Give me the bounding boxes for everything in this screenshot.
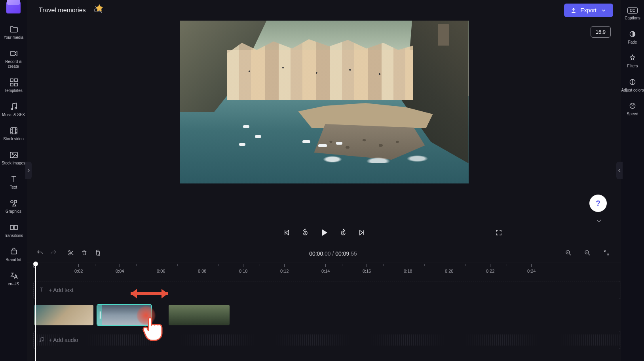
undo-button[interactable] bbox=[33, 247, 47, 260]
svg-rect-13 bbox=[14, 225, 17, 229]
sidebar-item-record-create[interactable]: Record & create bbox=[1, 45, 26, 74]
export-button[interactable]: Export bbox=[564, 4, 613, 17]
sidebar-item-templates[interactable]: Templates bbox=[1, 74, 26, 98]
rs-item-filters[interactable]: Filters bbox=[627, 49, 638, 73]
transitions-icon bbox=[9, 223, 18, 231]
sidebar-item-label: Record & create bbox=[1, 59, 26, 69]
cloud-sync-off-icon[interactable] bbox=[94, 5, 103, 16]
video-clip-3[interactable] bbox=[168, 304, 230, 326]
svg-rect-3 bbox=[10, 83, 13, 86]
ruler-tick: 0:12 bbox=[280, 262, 289, 275]
skip-start-button[interactable] bbox=[283, 229, 291, 238]
rs-item-captions[interactable]: CC Captions bbox=[625, 2, 640, 25]
zoom-fit-button[interactable] bbox=[600, 247, 613, 260]
brandkit-icon bbox=[9, 247, 18, 256]
video-preview[interactable] bbox=[180, 21, 469, 183]
header: Travel memories Export bbox=[27, 0, 621, 21]
sidebar-item-label: Stock images bbox=[2, 161, 25, 166]
app-logo[interactable] bbox=[6, 2, 21, 13]
templates-icon bbox=[9, 78, 18, 86]
preview-area: 16:9 ? bbox=[27, 21, 621, 223]
duplicate-button[interactable] bbox=[91, 247, 104, 260]
forward-button[interactable]: 5 bbox=[339, 229, 347, 238]
sidebar-item-graphics[interactable]: Graphics bbox=[1, 195, 26, 219]
svg-point-22 bbox=[42, 340, 44, 341]
rs-item-adjust-colors[interactable]: Adjust colors bbox=[621, 73, 644, 97]
sidebar-item-label: Brand kit bbox=[6, 258, 21, 262]
project-title[interactable]: Travel memories bbox=[39, 7, 86, 14]
filters-icon bbox=[629, 54, 636, 62]
rs-item-label: Captions bbox=[625, 16, 640, 21]
sidebar-item-label: Templates bbox=[4, 88, 23, 93]
svg-point-21 bbox=[40, 340, 41, 342]
rs-item-fade[interactable]: Fade bbox=[628, 25, 637, 50]
sidebar-item-transitions[interactable]: Transitions bbox=[1, 219, 26, 243]
svg-point-15 bbox=[68, 250, 70, 252]
svg-rect-8 bbox=[10, 152, 17, 158]
ruler-tick: 0:18 bbox=[404, 262, 412, 275]
sidebar-item-your-media[interactable]: Your media bbox=[1, 21, 26, 45]
zoom-in-button[interactable] bbox=[562, 247, 575, 260]
svg-rect-14 bbox=[11, 250, 17, 254]
sidebar-item-stock-images[interactable]: Stock images bbox=[1, 146, 26, 170]
sidebar-item-music[interactable]: Music & SFX bbox=[1, 98, 26, 122]
aspect-ratio-button[interactable]: 16:9 bbox=[591, 26, 611, 38]
sidebar-item-language[interactable]: en-US bbox=[1, 267, 26, 291]
ruler-tick: 0:22 bbox=[486, 262, 494, 275]
film-icon bbox=[9, 126, 18, 135]
text-icon bbox=[9, 174, 18, 183]
ruler-tick: 0:04 bbox=[116, 262, 124, 275]
sidebar-item-brand-kit[interactable]: Brand kit bbox=[1, 243, 26, 267]
ruler-tick: 0:10 bbox=[239, 262, 247, 275]
audio-track[interactable]: + Add audio bbox=[33, 331, 621, 349]
ruler-tick: 0:14 bbox=[321, 262, 330, 275]
text-track-placeholder: + Add text bbox=[49, 287, 74, 293]
split-button[interactable] bbox=[64, 247, 78, 260]
video-clip-2-selected[interactable]: Approaching the Empire State Building in… bbox=[97, 304, 152, 326]
play-button[interactable] bbox=[319, 228, 329, 239]
svg-rect-1 bbox=[10, 79, 13, 82]
playback-controls: 5 5 bbox=[27, 223, 621, 245]
zoom-out-button[interactable] bbox=[581, 247, 594, 260]
sidebar-item-label: Your media bbox=[4, 35, 23, 40]
ruler-tick: 0:08 bbox=[198, 262, 206, 275]
text-track[interactable]: + Add text bbox=[33, 281, 621, 299]
left-sidebar: Your media Record & create Templates Mus… bbox=[0, 0, 27, 361]
right-sidebar: CC Captions Fade Filters Adjust colors S… bbox=[621, 0, 644, 361]
timeline-toolbar: 00:00.00 / 00:09.55 bbox=[27, 245, 621, 262]
folder-icon bbox=[9, 25, 18, 33]
rs-item-label: Speed bbox=[627, 112, 638, 117]
playhead[interactable] bbox=[33, 262, 38, 266]
sidebar-item-label: Graphics bbox=[6, 209, 21, 214]
svg-point-5 bbox=[11, 108, 13, 110]
help-button[interactable]: ? bbox=[589, 195, 607, 212]
delete-button[interactable] bbox=[78, 247, 91, 260]
language-icon bbox=[9, 271, 18, 280]
sidebar-item-label: Stock video bbox=[3, 137, 24, 141]
chevron-left-icon bbox=[618, 168, 621, 173]
expand-right-panel[interactable] bbox=[616, 162, 623, 179]
video-track[interactable]: Approaching the Empire State Building in… bbox=[33, 303, 621, 327]
sidebar-item-stock-video[interactable]: Stock video bbox=[1, 122, 26, 146]
sidebar-item-text[interactable]: Text bbox=[1, 170, 26, 195]
svg-rect-2 bbox=[15, 79, 17, 82]
skip-end-button[interactable] bbox=[357, 229, 365, 238]
svg-rect-4 bbox=[15, 83, 17, 86]
svg-point-9 bbox=[12, 154, 13, 155]
video-clip-1[interactable] bbox=[33, 304, 94, 326]
rs-item-label: Filters bbox=[627, 64, 638, 69]
fade-icon bbox=[629, 30, 636, 38]
rewind-button[interactable]: 5 bbox=[301, 229, 309, 238]
fullscreen-button[interactable] bbox=[495, 229, 502, 238]
adjust-icon bbox=[629, 78, 636, 86]
trim-handle-left[interactable] bbox=[97, 305, 102, 325]
ruler-tick: 0:02 bbox=[74, 262, 83, 275]
timeline-timecode: 00:00.00 / 00:09.55 bbox=[104, 250, 562, 257]
chevron-down-icon bbox=[596, 219, 602, 223]
music-icon bbox=[9, 102, 18, 111]
redo-button[interactable] bbox=[47, 247, 60, 260]
rs-item-label: Fade bbox=[628, 40, 637, 45]
rs-item-speed[interactable]: Speed bbox=[627, 97, 638, 121]
svg-rect-11 bbox=[14, 201, 17, 203]
timeline-ruler[interactable]: 0 0:020:040:060:080:100:120:140:160:180:… bbox=[27, 262, 621, 275]
